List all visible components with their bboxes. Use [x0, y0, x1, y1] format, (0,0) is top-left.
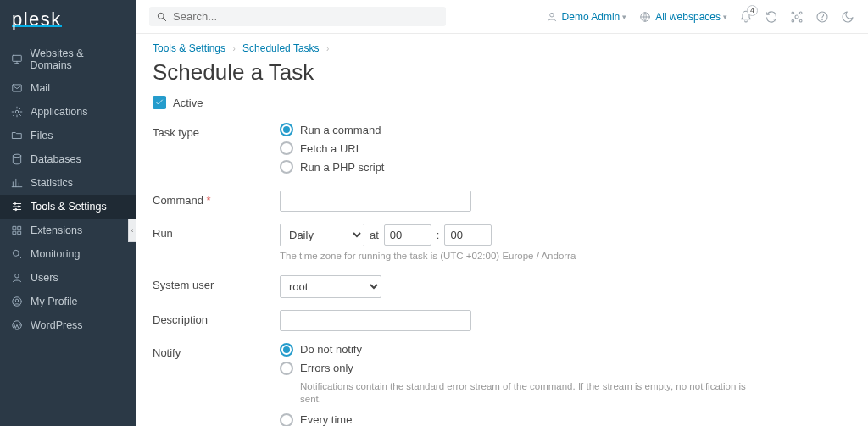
puzzle-icon — [10, 224, 24, 237]
sidebar-item-files[interactable]: Files — [0, 124, 136, 147]
radio-label: Run a PHP script — [300, 161, 384, 174]
svg-point-3 — [13, 154, 20, 158]
run-hour-input[interactable] — [384, 224, 431, 246]
radio-icon — [280, 141, 293, 155]
radio-label: Errors only — [300, 362, 353, 374]
svg-point-23 — [799, 19, 802, 22]
active-checkbox-row[interactable]: Active — [153, 96, 851, 109]
brand-logo: plesk — [0, 0, 136, 42]
sidebar-item-extensions[interactable]: Extensions — [0, 219, 136, 242]
sidebar-item-users[interactable]: Users — [0, 266, 136, 290]
sidebar-item-databases[interactable]: Databases — [0, 147, 136, 171]
notify-do-not-notify[interactable]: Do not notify — [280, 343, 754, 357]
workspace-name: All webspaces — [655, 11, 721, 23]
command-label: Command * — [153, 191, 280, 207]
folder-icon — [10, 129, 24, 142]
extensions-button[interactable] — [790, 10, 804, 24]
svg-point-19 — [795, 15, 798, 19]
task-type-group: Run a command Fetch a URL Run a PHP scri… — [280, 123, 754, 179]
radio-label: Fetch a URL — [300, 142, 362, 155]
system-user-select[interactable]: root — [280, 275, 381, 298]
svg-rect-9 — [13, 231, 16, 235]
svg-point-16 — [158, 13, 164, 19]
sidebar-item-websites-domains[interactable]: Websites & Domains — [0, 42, 136, 76]
sidebar-item-monitoring[interactable]: Monitoring — [0, 242, 136, 266]
monitor-icon — [10, 53, 24, 66]
svg-rect-8 — [18, 226, 21, 230]
notify-every-time[interactable]: Every time — [280, 413, 754, 426]
timezone-hint: The time zone for running the task is (U… — [280, 250, 754, 263]
topbar: Demo Admin ▾ All webspaces ▾ 4 — [136, 0, 868, 34]
refresh-button[interactable] — [765, 10, 778, 24]
sidebar-item-label: Files — [31, 130, 53, 141]
sidebar-collapse-handle[interactable]: ‹ — [128, 219, 136, 242]
command-input[interactable] — [280, 191, 471, 212]
sidebar-item-tools-settings[interactable]: Tools & Settings — [0, 195, 136, 219]
sidebar-item-label: WordPress — [31, 319, 83, 331]
svg-rect-0 — [13, 55, 22, 61]
chevron-right-icon: › — [326, 44, 329, 53]
sidebar-item-label: Tools & Settings — [31, 201, 107, 213]
description-input[interactable] — [280, 310, 471, 331]
main: Demo Admin ▾ All webspaces ▾ 4 Tools & S… — [136, 0, 868, 426]
help-button[interactable] — [815, 10, 829, 24]
notify-errors-only[interactable]: Errors only — [280, 362, 754, 375]
svg-point-20 — [792, 12, 794, 14]
svg-rect-7 — [13, 226, 16, 230]
sidebar-item-applications[interactable]: Applications — [0, 100, 136, 124]
svg-rect-1 — [13, 85, 22, 91]
run-at-label: at — [370, 229, 379, 241]
svg-point-17 — [549, 13, 554, 17]
svg-point-22 — [792, 19, 794, 22]
workspace-menu[interactable]: All webspaces ▾ — [638, 10, 727, 24]
breadcrumb-link[interactable]: Scheduled Tasks — [242, 42, 320, 54]
svg-point-2 — [15, 110, 19, 113]
radio-icon — [280, 160, 293, 174]
bar-chart-icon — [10, 176, 24, 190]
sidebar-item-mail[interactable]: Mail — [0, 76, 136, 100]
task-type-run-command[interactable]: Run a command — [280, 123, 754, 136]
description-label: Description — [153, 310, 280, 326]
search-icon — [156, 11, 168, 23]
user-name: Demo Admin — [562, 11, 620, 23]
sidebar-item-wordpress[interactable]: WordPress — [0, 313, 136, 337]
time-colon: : — [437, 229, 440, 241]
sidebar-item-label: Monitoring — [31, 248, 80, 260]
svg-point-11 — [13, 250, 19, 256]
radio-label: Run a command — [300, 124, 381, 136]
mail-icon — [10, 81, 24, 95]
dark-mode-button[interactable] — [841, 10, 854, 24]
search-box[interactable] — [149, 7, 446, 26]
radio-icon — [280, 362, 293, 375]
notify-group: Do not notify Errors only Notifications … — [280, 343, 754, 426]
radio-icon — [280, 413, 293, 426]
sidebar-item-my-profile[interactable]: My Profile — [0, 290, 136, 313]
profile-icon — [10, 295, 24, 308]
sidebar-item-statistics[interactable]: Statistics — [0, 171, 136, 195]
radio-label: Every time — [300, 413, 352, 426]
notify-label: Notify — [153, 343, 280, 359]
run-minute-input[interactable] — [444, 224, 492, 246]
sidebar-item-label: Users — [31, 272, 58, 284]
run-label: Run — [153, 224, 280, 240]
radio-checked-icon — [280, 123, 293, 136]
user-icon — [545, 10, 559, 24]
chevron-down-icon: ▾ — [622, 13, 626, 21]
task-type-fetch-url[interactable]: Fetch a URL — [280, 141, 754, 155]
chevron-right-icon: › — [232, 44, 235, 53]
sidebar-item-label: Mail — [31, 82, 50, 94]
user-menu[interactable]: Demo Admin ▾ — [545, 10, 627, 24]
run-frequency-select[interactable]: Daily — [280, 224, 364, 246]
sidebar-item-label: Extensions — [31, 224, 82, 236]
sidebar-nav: Websites & Domains Mail Applications Fil… — [0, 42, 136, 337]
active-label: Active — [173, 97, 203, 109]
svg-point-12 — [15, 274, 19, 278]
page-title: Schedule a Task — [153, 59, 851, 86]
breadcrumb-link[interactable]: Tools & Settings — [153, 42, 225, 54]
database-icon — [10, 152, 24, 166]
notifications-button[interactable]: 4 — [739, 10, 753, 24]
search-input[interactable] — [173, 10, 439, 23]
task-type-run-php[interactable]: Run a PHP script — [280, 160, 754, 174]
sidebar-item-label: My Profile — [31, 296, 78, 307]
content: Tools & Settings › Scheduled Tasks › Sch… — [136, 34, 868, 426]
